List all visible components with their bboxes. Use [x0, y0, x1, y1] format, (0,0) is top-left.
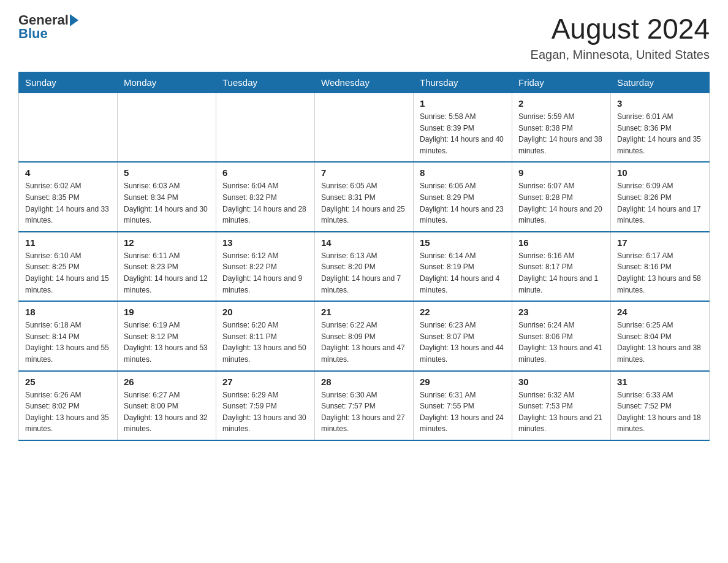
calendar-day-cell: 19Sunrise: 6:19 AM Sunset: 8:12 PM Dayli…	[118, 301, 216, 370]
month-year-title: August 2024	[531, 12, 710, 45]
day-number: 30	[518, 377, 604, 387]
calendar-day-cell	[19, 93, 118, 163]
day-number: 17	[617, 237, 703, 248]
calendar-day-cell: 20Sunrise: 6:20 AM Sunset: 8:11 PM Dayli…	[216, 301, 315, 370]
calendar-day-cell: 2Sunrise: 5:59 AM Sunset: 8:38 PM Daylig…	[512, 93, 611, 163]
day-info: Sunrise: 6:20 AM Sunset: 8:11 PM Dayligh…	[222, 320, 308, 365]
calendar-day-cell: 29Sunrise: 6:31 AM Sunset: 7:55 PM Dayli…	[414, 371, 512, 440]
day-info: Sunrise: 6:09 AM Sunset: 8:26 PM Dayligh…	[617, 180, 703, 226]
calendar-day-cell: 22Sunrise: 6:23 AM Sunset: 8:07 PM Dayli…	[414, 301, 512, 370]
day-number: 31	[617, 377, 703, 387]
day-info: Sunrise: 6:19 AM Sunset: 8:12 PM Dayligh…	[124, 320, 210, 365]
day-info: Sunrise: 6:32 AM Sunset: 7:53 PM Dayligh…	[518, 389, 604, 435]
day-info: Sunrise: 6:16 AM Sunset: 8:17 PM Dayligh…	[518, 250, 604, 296]
calendar-day-cell: 21Sunrise: 6:22 AM Sunset: 8:09 PM Dayli…	[315, 301, 414, 370]
calendar-day-cell: 28Sunrise: 6:30 AM Sunset: 7:57 PM Dayli…	[315, 371, 414, 440]
day-number: 12	[124, 237, 210, 248]
day-of-week-header: Monday	[118, 72, 216, 93]
day-info: Sunrise: 6:04 AM Sunset: 8:32 PM Dayligh…	[222, 180, 308, 226]
day-info: Sunrise: 6:31 AM Sunset: 7:55 PM Dayligh…	[420, 389, 506, 435]
day-of-week-header: Tuesday	[216, 72, 315, 93]
calendar-day-cell: 23Sunrise: 6:24 AM Sunset: 8:06 PM Dayli…	[512, 301, 611, 370]
day-info: Sunrise: 6:12 AM Sunset: 8:22 PM Dayligh…	[222, 250, 308, 296]
calendar-day-cell: 24Sunrise: 6:25 AM Sunset: 8:04 PM Dayli…	[611, 301, 710, 370]
calendar-week-row: 25Sunrise: 6:26 AM Sunset: 8:02 PM Dayli…	[19, 371, 710, 440]
day-info: Sunrise: 6:23 AM Sunset: 8:07 PM Dayligh…	[420, 320, 506, 365]
calendar-day-cell: 5Sunrise: 6:03 AM Sunset: 8:34 PM Daylig…	[118, 162, 216, 231]
day-info: Sunrise: 6:29 AM Sunset: 7:59 PM Dayligh…	[222, 389, 308, 435]
calendar-week-row: 4Sunrise: 6:02 AM Sunset: 8:35 PM Daylig…	[19, 162, 710, 231]
day-number: 8	[420, 167, 506, 178]
day-number: 7	[321, 167, 407, 178]
calendar-table: SundayMondayTuesdayWednesdayThursdayFrid…	[18, 72, 710, 441]
day-info: Sunrise: 6:22 AM Sunset: 8:09 PM Dayligh…	[321, 320, 407, 365]
logo-blue-text: Blue	[18, 26, 48, 42]
day-info: Sunrise: 6:18 AM Sunset: 8:14 PM Dayligh…	[25, 320, 111, 365]
calendar-day-cell: 9Sunrise: 6:07 AM Sunset: 8:28 PM Daylig…	[512, 162, 611, 231]
calendar-day-cell: 30Sunrise: 6:32 AM Sunset: 7:53 PM Dayli…	[512, 371, 611, 440]
day-info: Sunrise: 6:05 AM Sunset: 8:31 PM Dayligh…	[321, 180, 407, 226]
day-info: Sunrise: 6:03 AM Sunset: 8:34 PM Dayligh…	[124, 180, 210, 226]
calendar-day-cell: 18Sunrise: 6:18 AM Sunset: 8:14 PM Dayli…	[19, 301, 118, 370]
day-number: 6	[222, 167, 308, 178]
day-number: 2	[518, 98, 604, 109]
calendar-week-row: 1Sunrise: 5:58 AM Sunset: 8:39 PM Daylig…	[19, 93, 710, 163]
day-info: Sunrise: 6:30 AM Sunset: 7:57 PM Dayligh…	[321, 389, 407, 435]
day-number: 29	[420, 377, 506, 387]
calendar-day-cell: 14Sunrise: 6:13 AM Sunset: 8:20 PM Dayli…	[315, 232, 414, 301]
calendar-day-cell: 1Sunrise: 5:58 AM Sunset: 8:39 PM Daylig…	[414, 93, 512, 163]
calendar-day-cell	[118, 93, 216, 163]
day-number: 14	[321, 237, 407, 248]
day-info: Sunrise: 6:25 AM Sunset: 8:04 PM Dayligh…	[617, 320, 703, 365]
day-of-week-header: Friday	[512, 72, 611, 93]
day-number: 10	[617, 167, 703, 178]
day-of-week-header: Wednesday	[315, 72, 414, 93]
day-number: 27	[222, 377, 308, 387]
calendar-day-cell: 4Sunrise: 6:02 AM Sunset: 8:35 PM Daylig…	[19, 162, 118, 231]
day-of-week-header: Thursday	[414, 72, 512, 93]
day-number: 16	[518, 237, 604, 248]
day-number: 13	[222, 237, 308, 248]
calendar-day-cell: 17Sunrise: 6:17 AM Sunset: 8:16 PM Dayli…	[611, 232, 710, 301]
day-number: 20	[222, 307, 308, 317]
location-subtitle: Eagan, Minnesota, United States	[531, 48, 710, 62]
calendar-day-cell: 13Sunrise: 6:12 AM Sunset: 8:22 PM Dayli…	[216, 232, 315, 301]
calendar-day-cell: 8Sunrise: 6:06 AM Sunset: 8:29 PM Daylig…	[414, 162, 512, 231]
day-of-week-header: Sunday	[19, 72, 118, 93]
calendar-day-cell: 7Sunrise: 6:05 AM Sunset: 8:31 PM Daylig…	[315, 162, 414, 231]
day-info: Sunrise: 6:13 AM Sunset: 8:20 PM Dayligh…	[321, 250, 407, 296]
day-info: Sunrise: 6:07 AM Sunset: 8:28 PM Dayligh…	[518, 180, 604, 226]
title-block: August 2024 Eagan, Minnesota, United Sta…	[531, 12, 710, 62]
logo-arrow-icon	[70, 14, 78, 26]
day-info: Sunrise: 6:17 AM Sunset: 8:16 PM Dayligh…	[617, 250, 703, 296]
logo: General Blue	[18, 12, 80, 42]
day-info: Sunrise: 6:01 AM Sunset: 8:36 PM Dayligh…	[617, 111, 703, 156]
day-of-week-header: Saturday	[611, 72, 710, 93]
calendar-week-row: 18Sunrise: 6:18 AM Sunset: 8:14 PM Dayli…	[19, 301, 710, 370]
calendar-day-cell: 15Sunrise: 6:14 AM Sunset: 8:19 PM Dayli…	[414, 232, 512, 301]
calendar-day-cell	[315, 93, 414, 163]
day-info: Sunrise: 6:06 AM Sunset: 8:29 PM Dayligh…	[420, 180, 506, 226]
day-number: 1	[420, 98, 506, 109]
day-number: 25	[25, 377, 111, 387]
day-number: 4	[25, 167, 111, 178]
day-number: 11	[25, 237, 111, 248]
calendar-day-cell: 12Sunrise: 6:11 AM Sunset: 8:23 PM Dayli…	[118, 232, 216, 301]
day-number: 24	[617, 307, 703, 317]
day-number: 5	[124, 167, 210, 178]
page-header: General Blue August 2024 Eagan, Minnesot…	[18, 12, 710, 62]
calendar-day-cell: 16Sunrise: 6:16 AM Sunset: 8:17 PM Dayli…	[512, 232, 611, 301]
day-info: Sunrise: 6:02 AM Sunset: 8:35 PM Dayligh…	[25, 180, 111, 226]
calendar-day-cell: 10Sunrise: 6:09 AM Sunset: 8:26 PM Dayli…	[611, 162, 710, 231]
day-number: 21	[321, 307, 407, 317]
day-number: 22	[420, 307, 506, 317]
day-info: Sunrise: 6:24 AM Sunset: 8:06 PM Dayligh…	[518, 320, 604, 365]
day-info: Sunrise: 6:14 AM Sunset: 8:19 PM Dayligh…	[420, 250, 506, 296]
day-info: Sunrise: 6:10 AM Sunset: 8:25 PM Dayligh…	[25, 250, 111, 296]
day-number: 18	[25, 307, 111, 317]
day-number: 26	[124, 377, 210, 387]
day-info: Sunrise: 6:26 AM Sunset: 8:02 PM Dayligh…	[25, 389, 111, 435]
calendar-day-cell: 3Sunrise: 6:01 AM Sunset: 8:36 PM Daylig…	[611, 93, 710, 163]
calendar-week-row: 11Sunrise: 6:10 AM Sunset: 8:25 PM Dayli…	[19, 232, 710, 301]
calendar-day-cell: 11Sunrise: 6:10 AM Sunset: 8:25 PM Dayli…	[19, 232, 118, 301]
